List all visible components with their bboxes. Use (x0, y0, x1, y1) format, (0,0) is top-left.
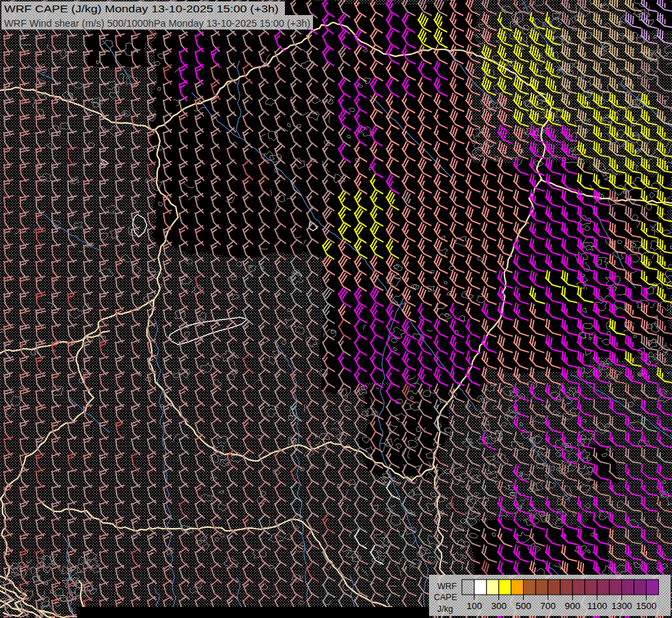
svg-text:WRF: WRF (437, 582, 457, 591)
svg-text:300: 300 (491, 601, 507, 611)
svg-text:1300: 1300 (612, 601, 632, 611)
svg-text:900: 900 (565, 601, 581, 611)
svg-text:WRF Wind shear (m/s) 500/1000h: WRF Wind shear (m/s) 500/1000hPa Monday … (4, 17, 310, 29)
svg-text:J/kg: J/kg (437, 604, 453, 614)
svg-text:1100: 1100 (587, 601, 607, 611)
svg-text:100: 100 (467, 601, 483, 611)
svg-text:WRF CAPE (J/kg) Monday 13-10-2: WRF CAPE (J/kg) Monday 13-10-2025 15:00 … (4, 3, 279, 14)
svg-text:500: 500 (515, 601, 531, 611)
svg-text:700: 700 (540, 601, 556, 611)
svg-text:1500: 1500 (636, 601, 656, 611)
svg-text:CAPE: CAPE (434, 593, 457, 602)
